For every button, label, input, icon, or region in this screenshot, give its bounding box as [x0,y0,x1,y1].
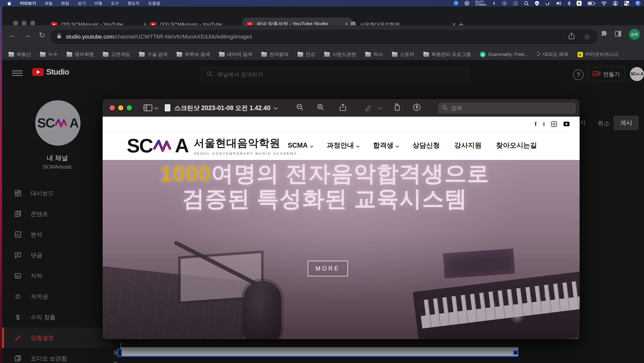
record-app-icon[interactable] [545,1,550,6]
volume-icon[interactable] [556,1,561,6]
share-icon[interactable] [569,33,574,41]
sidebar-item-monetization[interactable]: $ 수익 창출 [2,307,113,327]
menu-file[interactable]: 파일 [45,1,53,6]
reload-button[interactable]: ↻ [39,31,45,40]
battery-icon[interactable] [588,2,595,5]
channel-avatar[interactable]: SCA [35,100,80,146]
scma-site-logo[interactable]: SCA 서울현대음악학원 SEOUL CONTEMPORARY MUSIC AC… [127,136,297,155]
bookmark-star-icon[interactable]: ☆ [584,33,590,41]
bookmark-daepido[interactable]: 대피도 제작 [537,51,569,58]
banner-selection-region[interactable] [120,347,518,357]
siri-icon[interactable] [635,1,640,6]
bookmark-folder[interactable]: 영어학원 [67,51,94,58]
bookmark-folder[interactable]: 사운드관련 [324,51,356,58]
temp-rpm-status[interactable]: 66.0°C 3738rpm [475,1,486,6]
more-button[interactable]: MORE [308,261,348,276]
title-chevron-icon[interactable] [274,106,278,110]
shield-vpn-icon[interactable] [535,1,539,6]
sidebar-item-analytics[interactable]: 분석 [2,224,113,245]
menu-go[interactable]: 이동 [94,1,102,6]
menu-view[interactable]: 보기 [78,1,86,6]
publish-button[interactable]: 게시 [614,116,639,130]
blog-info-icon[interactable]: i [543,121,545,127]
sidebar-item-subtitles[interactable]: 자막 [2,266,113,286]
zoom-out-icon[interactable] [296,104,304,112]
bookmark-folder[interactable]: 구글 검색 [139,51,168,58]
lightning-icon[interactable] [492,1,496,6]
close-window-icon[interactable] [13,21,18,26]
sidebar-item-content[interactable]: 콘텐츠 [2,204,113,224]
studio-search-bar[interactable] [201,68,468,82]
spotlight-search-icon[interactable] [524,1,529,6]
menu-help[interactable]: 도움말 [148,1,160,6]
youtube-studio-logo[interactable]: Studio [32,68,69,77]
youtube-icon[interactable] [564,122,570,126]
share-icon[interactable] [340,104,346,112]
bookmark-folder[interactable]: 부동산 [9,51,31,58]
url-bar[interactable]: studio.youtube.com/channel/UCWTTkR-NeiVK… [50,30,598,44]
bookmark-folder[interactable]: 유투브 검색 [177,51,210,58]
create-button[interactable]: 만들기 [588,67,625,82]
zoom-window-icon[interactable] [30,21,35,26]
studio-search-input[interactable] [217,71,444,78]
annotate-options-chevron[interactable] [378,106,382,110]
preview-window-title[interactable]: 스크린샷 2023-01-08 오전 1.42.40 [174,104,270,112]
preview-search-field[interactable] [438,103,576,114]
bookmark-folder[interactable]: 학원관리 프로그램 [423,51,471,58]
user-account-icon[interactable] [613,1,618,6]
menu-window[interactable]: 윈도우 [128,1,140,6]
bookmark-folder[interactable]: 건강 [298,51,315,58]
preview-search-input[interactable] [451,105,562,111]
chrome-profile-avatar[interactable]: 승희 [629,29,640,40]
extensions-icon[interactable] [601,30,607,38]
bookmark-folder[interactable]: 전자음악 [261,51,289,58]
nav-item-directions[interactable]: 찾아오시는길 [496,141,537,150]
markup-icon[interactable] [413,103,421,112]
preview-titlebar[interactable]: 스크린샷 2023-01-08 오전 1.42.40 [103,99,580,117]
bluetooth-icon[interactable] [568,1,571,6]
sidebar-item-dashboard[interactable]: 대시보드 [2,183,113,204]
forward-button[interactable]: → [24,31,31,39]
side-panel-icon[interactable] [615,30,621,38]
studio-account-avatar[interactable]: SCA [630,67,644,81]
sidebar-item-comments[interactable]: 댓글 [2,245,113,266]
help-button[interactable]: ? [573,70,584,80]
zoom-in-icon[interactable] [317,104,325,112]
fan-icon[interactable] [464,1,469,6]
sidebar-item-audio-library[interactable]: 오디오 보관함 [2,348,113,363]
nav-item-passers[interactable]: 합격생 [373,141,398,150]
nav-item-courses[interactable]: 과정안내 [327,141,358,150]
bookmark-folder[interactable]: 네이버 검색 [219,51,252,58]
minimize-window-icon[interactable] [22,21,27,26]
apple-menu-icon[interactable] [8,1,11,6]
sidebar-item-copyright[interactable]: © 저작권 [2,286,113,307]
zoom-window-icon[interactable] [127,105,132,110]
minimize-window-icon[interactable] [118,105,123,110]
window-controls[interactable] [110,105,132,110]
input-source-icon[interactable]: A [577,1,582,6]
nav-item-instructors[interactable]: 강사지원 [454,141,481,150]
preview-link-fragment[interactable]: 기 [580,119,586,127]
nav-item-scma[interactable]: SCMA [288,142,312,149]
bookmark-folder[interactable]: 누수 [40,51,58,58]
menu-edit[interactable]: 편집 [61,1,69,6]
sidebar-item-customization[interactable]: 맞춤설정 [2,327,113,348]
back-button[interactable]: ← [9,31,16,39]
instagram-icon[interactable] [551,121,557,127]
bookmark-folder[interactable]: 고전게임 [103,51,130,58]
bookmark-folder[interactable]: 스토어 [392,51,414,58]
menu-tools[interactable]: 도구 [111,1,119,6]
d-circle-icon[interactable]: d [513,1,518,6]
sidebar-toggle-button[interactable] [143,104,157,111]
bookmark-grammarly[interactable]: GGrammarly: Free... [480,52,528,57]
hamburger-menu-icon[interactable] [12,69,23,77]
selection-handle-right[interactable] [513,350,518,355]
cancel-button[interactable]: 취소 [598,119,610,127]
app-blue-icon[interactable] [453,1,458,6]
close-window-icon[interactable] [110,105,115,110]
gear-icon[interactable] [502,1,507,6]
bookmark-kakao-business[interactable]: k카카오비즈니스 [578,51,619,58]
nav-item-consult[interactable]: 상담신청 [413,141,440,150]
rotate-icon[interactable] [393,103,401,112]
window-controls[interactable] [13,21,35,26]
